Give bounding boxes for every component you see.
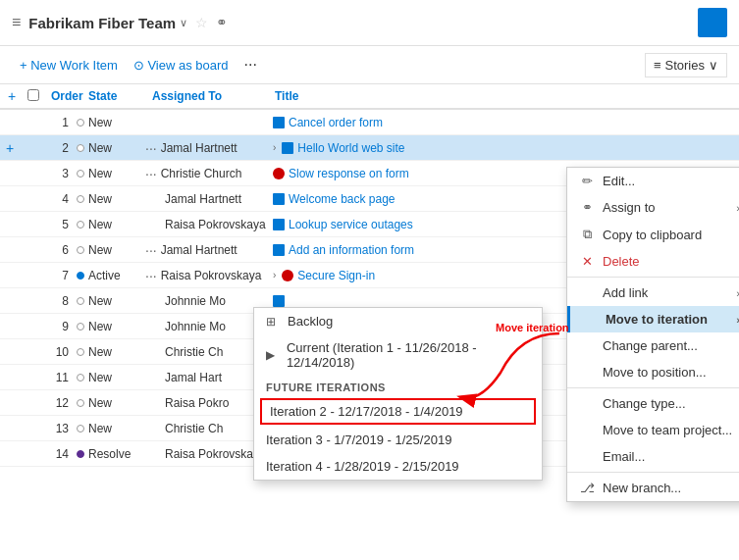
divider-1 <box>567 277 739 278</box>
row-state: New <box>77 345 145 359</box>
context-add-link[interactable]: Add link › <box>567 280 739 306</box>
order-column-header[interactable]: Order <box>45 89 82 103</box>
table-row[interactable]: 1 New Cancel order form <box>0 110 739 135</box>
context-new-branch[interactable]: ⎇ New branch... <box>567 475 739 501</box>
more-options-button[interactable]: ··· <box>237 52 265 77</box>
row-state: New <box>77 141 145 155</box>
favorite-icon[interactable]: ☆ <box>195 15 208 30</box>
branch-icon: ⎇ <box>579 481 595 495</box>
assigned-column-header[interactable]: Assigned To <box>146 89 269 103</box>
state-dot-icon <box>77 170 84 178</box>
row-assigned: ···Jamal Hartnett <box>145 140 273 156</box>
edit-icon: ✏ <box>579 174 595 188</box>
row-assigned: Johnnie Mo <box>145 294 273 308</box>
row-order: 12 <box>37 396 77 410</box>
row-state: New <box>77 192 145 206</box>
row-order: 1 <box>37 116 77 129</box>
row-order: 14 <box>37 447 77 461</box>
context-change-parent[interactable]: Change parent... <box>567 332 739 359</box>
people-icon[interactable]: ⚭ <box>216 15 228 30</box>
stories-filter-button[interactable]: ≡ Stories ∨ <box>645 53 727 77</box>
story-icon <box>273 219 285 230</box>
row-state: Active <box>77 269 145 282</box>
check-column <box>27 89 45 104</box>
add-child-icon[interactable]: + <box>0 140 20 156</box>
add-column-icon[interactable]: + <box>8 88 27 104</box>
row-state: New <box>77 422 145 435</box>
row-title[interactable]: Cancel order form <box>273 116 739 129</box>
title-column-header[interactable]: Title <box>269 89 739 103</box>
context-move-team-project[interactable]: Move to team project... <box>567 417 739 443</box>
backlog-icon: ⊞ <box>266 315 282 329</box>
row-order: 8 <box>37 294 77 308</box>
state-dot-icon <box>77 246 84 254</box>
row-assigned: ···Raisa Pokrovskaya <box>145 268 273 283</box>
submenu-iteration-3[interactable]: Iteration 3 - 1/7/2019 - 1/25/2019 <box>254 427 542 453</box>
state-dot-icon <box>77 297 84 305</box>
row-options-dots[interactable]: ··· <box>145 140 157 156</box>
state-dot-icon <box>77 450 84 458</box>
assign-icon: ⚭ <box>579 200 595 215</box>
context-move-to-position[interactable]: Move to position... <box>567 359 739 385</box>
story-icon <box>273 117 285 128</box>
submenu-current-label: Current (Iteration 1 - 11/26/2018 - 12/1… <box>287 340 530 370</box>
context-change-type[interactable]: Change type... <box>567 390 739 417</box>
row-order: 4 <box>37 192 77 206</box>
state-dot-icon <box>77 323 84 331</box>
context-assign-to[interactable]: ⚭ Assign to › <box>567 194 739 221</box>
context-email[interactable]: Email... <box>567 443 739 470</box>
row-chevron-icon: › <box>273 270 276 280</box>
row-order: 2 <box>37 141 77 155</box>
row-state: New <box>77 243 145 257</box>
state-dot-icon <box>77 348 84 356</box>
state-dot-icon <box>77 374 84 382</box>
row-order: 7 <box>37 269 77 282</box>
team-title: Fabrikam Fiber Team <box>28 15 176 31</box>
row-order: 3 <box>37 167 77 180</box>
delete-icon: ✕ <box>579 254 595 269</box>
context-menu: ✏ Edit... ⚭ Assign to › ⧉ Copy to clipbo… <box>566 167 739 502</box>
row-assigned: ···Jamal Hartnett <box>145 242 273 258</box>
row-order: 5 <box>37 218 77 231</box>
context-delete[interactable]: ✕ Delete <box>567 248 739 275</box>
row-state: Resolve <box>77 447 145 461</box>
title-chevron-icon[interactable]: ∨ <box>180 17 187 29</box>
row-assigned: Raisa Pokrovskaya <box>145 218 273 231</box>
submenu-backlog[interactable]: ⊞ Backlog <box>254 308 542 334</box>
submenu-current[interactable]: ▶ Current (Iteration 1 - 11/26/2018 - 12… <box>254 334 542 376</box>
row-options-dots[interactable]: ··· <box>145 268 157 283</box>
row-options-dots[interactable]: ··· <box>145 166 157 181</box>
context-copy[interactable]: ⧉ Copy to clipboard <box>567 221 739 248</box>
story-icon <box>273 295 285 307</box>
submenu-iteration-4[interactable]: Iteration 4 - 1/28/2019 - 2/15/2019 <box>254 453 542 480</box>
view-as-board-button[interactable]: ⊙ View as board <box>126 54 237 76</box>
bug-icon <box>273 168 285 179</box>
row-state: New <box>77 218 145 231</box>
new-work-item-button[interactable]: + New Work Item <box>12 54 126 76</box>
iteration-3-label: Iteration 3 - 1/7/2019 - 1/25/2019 <box>266 433 451 447</box>
toolbar: + New Work Item ⊙ View as board ··· ≡ St… <box>0 46 739 84</box>
state-dot-icon <box>77 195 84 203</box>
table-row[interactable]: + 2 New ···Jamal Hartnett ›Hello World w… <box>0 135 739 161</box>
state-column-header[interactable]: State <box>82 89 146 103</box>
state-dot-icon <box>77 119 84 127</box>
row-options-dots[interactable]: ··· <box>145 242 157 258</box>
state-dot-icon <box>77 399 84 407</box>
select-all-checkbox[interactable] <box>27 89 39 101</box>
row-order: 11 <box>37 371 77 384</box>
story-icon <box>273 193 285 205</box>
submenu-iteration-2[interactable]: Iteration 2 - 12/17/2018 - 1/4/2019 <box>260 398 536 425</box>
context-move-to-iteration[interactable]: Move to iteration › <box>567 306 739 332</box>
row-assigned: Jamal Hartnett <box>145 192 273 206</box>
row-state: New <box>77 294 145 308</box>
context-edit[interactable]: ✏ Edit... <box>567 168 739 194</box>
row-state: New <box>77 396 145 410</box>
iteration-4-label: Iteration 4 - 1/28/2019 - 2/15/2019 <box>266 459 459 474</box>
iteration-2-label: Iteration 2 - 12/17/2018 - 1/4/2019 <box>270 404 463 419</box>
copy-icon: ⧉ <box>579 227 595 242</box>
state-dot-icon <box>77 425 84 433</box>
row-order: 10 <box>37 345 77 359</box>
row-title[interactable]: ›Hello World web site <box>273 141 739 155</box>
state-dot-icon <box>77 221 84 229</box>
row-assigned: ···Christie Church <box>145 166 273 181</box>
